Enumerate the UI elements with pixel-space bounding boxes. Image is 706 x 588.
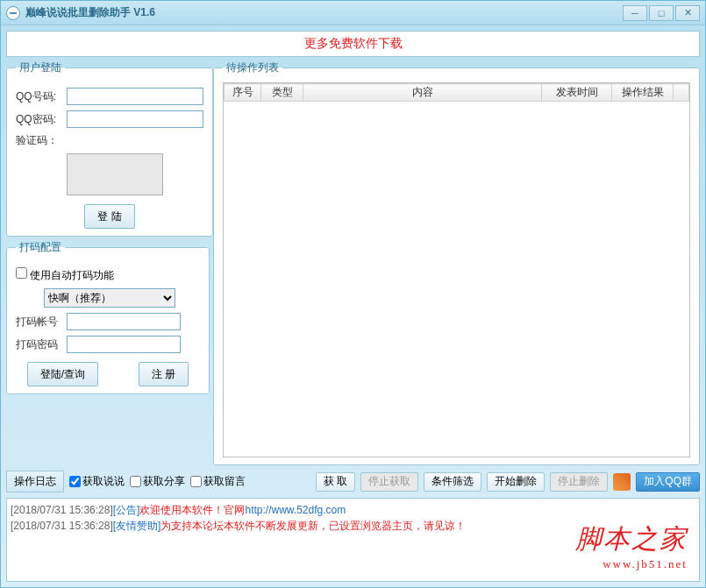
app-icon <box>6 6 20 20</box>
toolbar: 操作日志 获取说说 获取分享 获取留言 获 取 停止获取 条件筛选 开始删除 停… <box>6 469 700 494</box>
titlebar: 巅峰说说批里删除助手 V1.6 ─ □ ✕ <box>1 1 705 25</box>
start-delete-button[interactable]: 开始删除 <box>487 472 545 492</box>
dama-provider-select[interactable]: 快啊（推荐） <box>44 288 175 308</box>
captcha-label: 验证码： <box>16 133 67 148</box>
left-column: 用户登陆 QQ号码: QQ密码: 验证码： 登 陆 <box>6 60 210 465</box>
stop-fetch-button: 停止获取 <box>360 472 418 492</box>
filter-button[interactable]: 条件筛选 <box>424 472 481 492</box>
maximize-button[interactable]: □ <box>649 5 674 21</box>
col-seq[interactable]: 序号 <box>225 84 261 102</box>
log-box[interactable]: [2018/07/31 15:36:28][公告]欢迎使用本软件！官网http:… <box>6 498 700 582</box>
dama-register-button[interactable]: 注 册 <box>139 362 189 386</box>
col-type[interactable]: 类型 <box>261 84 303 102</box>
fetch-msg-checkbox[interactable]: 获取留言 <box>190 474 246 489</box>
qq-pw-label: QQ密码: <box>16 112 67 127</box>
pending-list-group: 待操作列表 序号 类型 内容 发表时间 操作结果 <box>213 60 700 465</box>
fetch-shuo-checkbox[interactable]: 获取说说 <box>69 474 125 489</box>
dama-pw-input[interactable] <box>67 336 181 353</box>
fetch-button[interactable]: 获 取 <box>316 472 355 492</box>
dama-login-button[interactable]: 登陆/查询 <box>27 362 98 386</box>
content: 更多免费软件下载 用户登陆 QQ号码: QQ密码: 验证码： <box>1 25 705 587</box>
window-controls: ─ □ ✕ <box>623 5 700 21</box>
stop-delete-button: 停止删除 <box>550 472 608 492</box>
join-qq-button[interactable]: 加入QQ群 <box>636 472 700 492</box>
close-button[interactable]: ✕ <box>675 5 700 21</box>
log-line: [2018/07/31 15:36:28][友情赞助]为支持本论坛本软件不断发展… <box>11 518 695 534</box>
app-window: 巅峰说说批里删除助手 V1.6 ─ □ ✕ 更多免费软件下载 用户登陆 QQ号码… <box>0 0 706 588</box>
login-group: 用户登陆 QQ号码: QQ密码: 验证码： 登 陆 <box>6 60 213 237</box>
col-time[interactable]: 发表时间 <box>542 84 612 102</box>
banner-link[interactable]: 更多免费软件下载 <box>6 31 700 57</box>
middle-row: 用户登陆 QQ号码: QQ密码: 验证码： 登 陆 <box>6 60 700 465</box>
pending-table: 序号 类型 内容 发表时间 操作结果 <box>224 83 689 102</box>
dama-account-label: 打码帐号 <box>16 315 67 329</box>
col-content[interactable]: 内容 <box>303 84 542 102</box>
dama-group: 打码配置 使用自动打码功能 快啊（推荐） 打码帐号 打码密码 <box>6 240 210 394</box>
qq-avatar-icon <box>613 473 631 491</box>
auto-dama-checkbox[interactable]: 使用自动打码功能 <box>16 269 114 281</box>
minimize-button[interactable]: ─ <box>623 5 647 21</box>
right-column: 待操作列表 序号 类型 内容 发表时间 操作结果 <box>213 60 700 465</box>
pending-legend: 待操作列表 <box>223 60 282 75</box>
qq-input[interactable] <box>67 88 203 105</box>
col-result[interactable]: 操作结果 <box>612 84 674 102</box>
dama-pw-label: 打码密码 <box>16 337 67 352</box>
log-line: [2018/07/31 15:36:28][公告]欢迎使用本软件！官网http:… <box>11 502 695 518</box>
login-legend: 用户登陆 <box>16 60 65 75</box>
dama-legend: 打码配置 <box>16 240 65 255</box>
fetch-share-checkbox[interactable]: 获取分享 <box>130 474 185 489</box>
captcha-image[interactable] <box>67 153 163 195</box>
qq-label: QQ号码: <box>16 89 67 104</box>
col-spacer <box>674 84 689 102</box>
qq-pw-input[interactable] <box>67 110 203 128</box>
login-button[interactable]: 登 陆 <box>84 204 134 229</box>
dama-account-input[interactable] <box>67 313 181 330</box>
pending-table-wrap[interactable]: 序号 类型 内容 发表时间 操作结果 <box>223 82 690 457</box>
window-title: 巅峰说说批里删除助手 V1.6 <box>25 5 623 20</box>
log-label: 操作日志 <box>6 471 64 492</box>
